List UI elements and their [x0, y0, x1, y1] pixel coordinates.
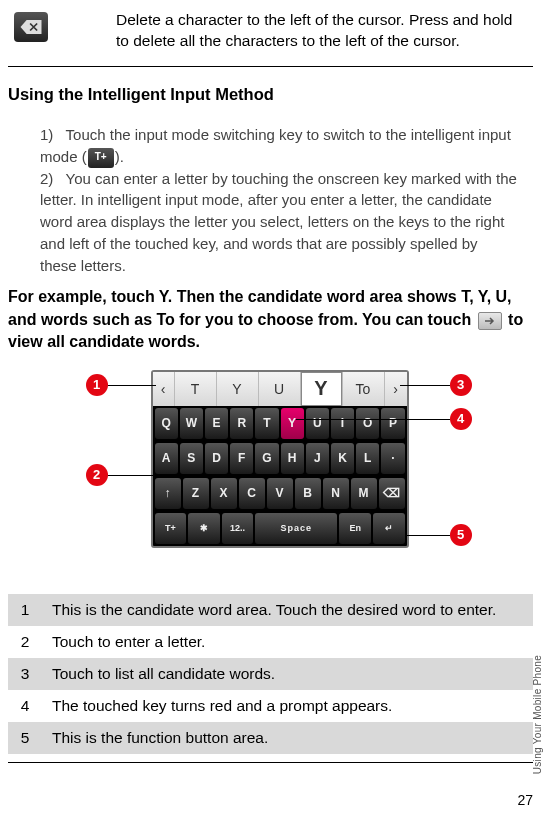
language-key: En [339, 513, 371, 544]
key: B [295, 478, 321, 509]
divider [8, 66, 533, 67]
table-row: 1 This is the candidate word area. Touch… [8, 594, 533, 626]
mode-icon: T+ [88, 148, 114, 168]
leader-line [296, 419, 450, 421]
candidate-item: U [259, 372, 301, 406]
key: Q [155, 408, 178, 439]
key: W [180, 408, 203, 439]
callout-5: 5 [450, 524, 472, 546]
keyboard-row-1: Q W E R T Y U I O P [153, 406, 407, 441]
table-row: 2 Touch to enter a letter. [8, 626, 533, 658]
key: N [323, 478, 349, 509]
callout-3: 3 [450, 374, 472, 396]
callout-2: 2 [86, 464, 108, 486]
leader-line [406, 535, 450, 537]
expand-arrow-icon [478, 312, 502, 330]
table-cell-text: Touch to list all candidate words. [42, 658, 533, 690]
step-2-text: You can enter a letter by touching the o… [40, 170, 517, 274]
footer-divider [8, 762, 533, 763]
key: M [351, 478, 377, 509]
table-cell-number: 3 [8, 658, 42, 690]
table-cell-text: Touch to enter a letter. [42, 626, 533, 658]
key: G [255, 443, 278, 474]
callout-1: 1 [86, 374, 108, 396]
candidate-word-area: ‹ T Y U Y To › [153, 372, 407, 406]
numeric-key: 12.. [222, 513, 254, 544]
onscreen-keyboard: ‹ T Y U Y To › Q W E R T Y U I O P A S D… [151, 370, 409, 548]
key: O [356, 408, 379, 439]
table-cell-number: 1 [8, 594, 42, 626]
leader-line [400, 385, 450, 387]
candidate-item: T [175, 372, 217, 406]
side-chapter-label: Using Your Mobile Phone [532, 655, 543, 774]
key: · [381, 443, 404, 474]
key: C [239, 478, 265, 509]
key: F [230, 443, 253, 474]
key: H [281, 443, 304, 474]
step-number-2: 2) [40, 170, 53, 187]
key: T [255, 408, 278, 439]
candidate-item: To [343, 372, 385, 406]
page-number: 27 [517, 792, 533, 808]
keyboard-row-3: ↑ Z X C V B N M ⌫ [153, 476, 407, 511]
candidate-next-icon: › [385, 372, 407, 406]
delete-key-description: Delete a character to the left of the cu… [116, 10, 533, 52]
table-row: 5 This is the function button area. [8, 722, 533, 754]
backspace-key-icon: ⌫ [379, 478, 405, 509]
key: K [331, 443, 354, 474]
key: Z [183, 478, 209, 509]
table-row: Delete a character to the left of the cu… [8, 10, 533, 52]
keyboard-row-2: A S D F G H J K L · [153, 441, 407, 476]
key: V [267, 478, 293, 509]
example-text-a: For example, touch Y. Then the candidate… [8, 288, 512, 327]
table-cell-number: 5 [8, 722, 42, 754]
key: D [205, 443, 228, 474]
backspace-icon [14, 12, 48, 42]
key: J [306, 443, 329, 474]
key: X [211, 478, 237, 509]
candidate-item: Y [217, 372, 259, 406]
candidate-item-selected: Y [301, 372, 343, 406]
key-highlighted: Y [281, 408, 304, 439]
table-cell-text: This is the function button area. [42, 722, 533, 754]
space-key: Space [255, 513, 337, 544]
key: L [356, 443, 379, 474]
callout-description-table: 1 This is the candidate word area. Touch… [8, 594, 533, 754]
step-1-text-b: ). [115, 148, 124, 165]
table-cell-text: This is the candidate word area. Touch t… [42, 594, 533, 626]
table-row: 4 The touched key turns red and a prompt… [8, 690, 533, 722]
example-paragraph: For example, touch Y. Then the candidate… [8, 286, 533, 353]
table-cell-number: 4 [8, 690, 42, 722]
table-cell-text: The touched key turns red and a prompt a… [42, 690, 533, 722]
keyboard-row-4: T+ ✱ 12.. Space En ↵ [153, 511, 407, 546]
mode-key: T+ [155, 513, 187, 544]
key: A [155, 443, 178, 474]
callout-4: 4 [450, 408, 472, 430]
key: P [381, 408, 404, 439]
key: I [331, 408, 354, 439]
section-heading: Using the Intelligent Input Method [8, 85, 533, 104]
key: E [205, 408, 228, 439]
shift-key-icon: ↑ [155, 478, 181, 509]
key: U [306, 408, 329, 439]
table-cell-number: 2 [8, 626, 42, 658]
key: R [230, 408, 253, 439]
leader-line [108, 475, 163, 477]
key: S [180, 443, 203, 474]
keyboard-illustration: ‹ T Y U Y To › Q W E R T Y U I O P A S D… [56, 366, 486, 566]
candidate-prev-icon: ‹ [153, 372, 175, 406]
step-number-1: 1) [40, 126, 53, 143]
enter-key-icon: ↵ [373, 513, 405, 544]
symbol-key-icon: ✱ [188, 513, 220, 544]
table-row: 3 Touch to list all candidate words. [8, 658, 533, 690]
leader-line [108, 385, 156, 387]
instruction-steps: 1) Touch the input mode switching key to… [8, 124, 533, 277]
